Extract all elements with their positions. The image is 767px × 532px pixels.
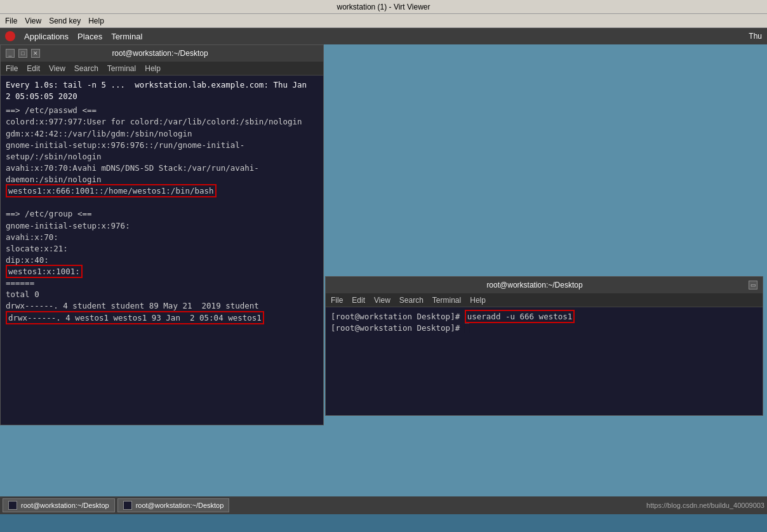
term1-line7: avahi:x:70:70:Avahi mDNS/DNS-SD Stack:/v… <box>6 163 318 185</box>
term1-line19: drwx------. 4 westos1 westos1 93 Jan 2 0… <box>6 312 318 324</box>
term1-line17: total 0 <box>6 289 318 300</box>
term1-highlight-westos1-passwd: westos1:x:666:1001::/home/westos1:/bin/b… <box>6 184 217 197</box>
term2-title: root@workstation:~/Desktop <box>331 281 738 289</box>
window-title: workstation (1) - Virt Viewer <box>337 3 430 11</box>
menu-bar: File View Send key Help <box>0 14 767 28</box>
term2-line2: [root@workstation Desktop]# █ <box>331 323 757 334</box>
taskbar-url: https://blog.csdn.net/buildu_40009003 <box>646 502 764 509</box>
taskbar: root@workstation:~/Desktop root@workstat… <box>0 496 767 514</box>
term1-line11: gnome-initial-setup:x:976: <box>6 220 318 232</box>
term1-line5: gdm:x:42:42::/var/lib/gdm:/sbin/nologin <box>6 128 318 140</box>
terminal-window-1: _ □ ✕ root@workstation:~/Desktop File Ed… <box>0 44 324 425</box>
taskbar-item-2[interactable]: root@workstation:~/Desktop <box>117 498 230 512</box>
term1-menu-edit[interactable]: Edit <box>27 64 40 73</box>
term1-line1: Every 1.0s: tail -n 5 ... workstation.la… <box>6 79 318 102</box>
term1-menu-view[interactable]: View <box>49 64 65 73</box>
term1-line8: westos1:x:666:1001::/home/westos1:/bin/b… <box>6 185 318 197</box>
term1-line18: drwx------. 4 student student 89 May 21 … <box>6 300 318 312</box>
taskbar-icon-1 <box>8 501 17 510</box>
term2-menubar: File Edit View Search Terminal Help <box>326 293 763 307</box>
places-label[interactable]: Places <box>77 32 102 41</box>
menu-file[interactable]: File <box>5 17 17 25</box>
term1-maximize[interactable]: □ <box>18 49 27 58</box>
term1-highlight-westos1-dir: drwx------. 4 westos1 westos1 93 Jan 2 0… <box>6 311 264 324</box>
term1-line15: westos1:x:1001: <box>6 266 318 277</box>
menu-view[interactable]: View <box>25 17 41 25</box>
term2-menu-help[interactable]: Help <box>470 296 486 305</box>
taskbar-label-2: root@workstation:~/Desktop <box>136 502 224 509</box>
term1-line10: ==> /etc/group <== <box>6 208 318 220</box>
term2-cursor: █ <box>465 323 470 333</box>
terminal-label[interactable]: Terminal <box>111 32 142 41</box>
term2-menu-file[interactable]: File <box>331 296 343 305</box>
term2-menu-edit[interactable]: Edit <box>352 296 365 305</box>
app-bar: Applications Places Terminal Thu <box>0 28 767 44</box>
title-bar: workstation (1) - Virt Viewer <box>0 0 767 14</box>
term2-menu-view[interactable]: View <box>374 296 390 305</box>
term1-line3: ==> /etc/passwd <== <box>6 105 318 116</box>
term2-line1: [root@workstation Desktop]# useradd -u 6… <box>331 311 757 323</box>
clock: Thu <box>749 32 762 41</box>
taskbar-label-1: root@workstation:~/Desktop <box>21 502 109 509</box>
taskbar-item-1[interactable]: root@workstation:~/Desktop <box>3 498 115 512</box>
term2-menu-search[interactable]: Search <box>399 296 424 305</box>
term1-menu-search[interactable]: Search <box>74 64 98 73</box>
applications-icon <box>5 31 15 41</box>
applications-label[interactable]: Applications <box>24 32 69 41</box>
term1-line13: slocate:x:21: <box>6 243 318 255</box>
term1-body[interactable]: Every 1.0s: tail -n 5 ... workstation.la… <box>1 76 323 425</box>
menu-help[interactable]: Help <box>88 17 104 25</box>
menu-send-key[interactable]: Send key <box>49 17 81 25</box>
term1-line16: ====== <box>6 277 318 289</box>
term1-title: root@workstation:~/Desktop <box>40 49 280 58</box>
term1-minimize[interactable]: _ <box>6 49 15 58</box>
term1-titlebar: _ □ ✕ root@workstation:~/Desktop <box>1 45 323 62</box>
taskbar-icon-2 <box>123 501 132 510</box>
term1-controls[interactable]: _ □ ✕ <box>6 49 40 58</box>
term1-highlight-westos1-group: westos1:x:1001: <box>6 265 83 278</box>
term2-highlight-useradd: useradd -u 666 westos1 <box>465 310 575 323</box>
term1-close[interactable]: ✕ <box>31 49 40 58</box>
term1-menubar: File Edit View Search Terminal Help <box>1 62 323 76</box>
term1-blank1 <box>6 197 318 208</box>
term2-body[interactable]: [root@workstation Desktop]# useradd -u 6… <box>326 307 763 415</box>
desktop: _ □ ✕ root@workstation:~/Desktop File Ed… <box>0 44 767 514</box>
term1-line4: colord:x:977:977:User for colord:/var/li… <box>6 116 318 128</box>
term1-menu-file[interactable]: File <box>6 64 18 73</box>
term1-line6: gnome-initial-setup:x:976:976::/run/gnom… <box>6 140 318 163</box>
terminal-window-2: root@workstation:~/Desktop ▭ File Edit V… <box>325 276 763 416</box>
term2-titlebar: root@workstation:~/Desktop ▭ <box>326 277 763 293</box>
term2-maximize[interactable]: ▭ <box>749 281 757 289</box>
term1-menu-terminal[interactable]: Terminal <box>107 64 136 73</box>
term1-line12: avahi:x:70: <box>6 232 318 243</box>
term2-menu-terminal[interactable]: Terminal <box>432 296 461 305</box>
term1-menu-help[interactable]: Help <box>145 64 161 73</box>
